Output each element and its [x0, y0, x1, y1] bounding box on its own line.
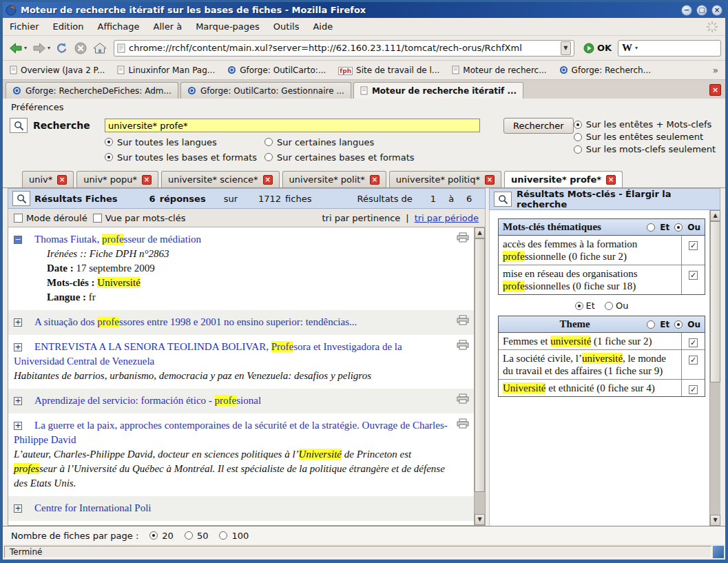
- expand-icon[interactable]: [14, 504, 22, 513]
- sort-by-periode-link[interactable]: tri par période: [415, 213, 479, 223]
- forward-button[interactable]: ▾: [30, 40, 52, 57]
- checkbox-icon[interactable]: [93, 214, 102, 223]
- scroll-track[interactable]: [475, 238, 485, 514]
- radio-icon[interactable]: [605, 302, 613, 310]
- url-history-dropdown[interactable]: ▼: [561, 41, 571, 55]
- print-icon[interactable]: [457, 340, 469, 350]
- print-icon[interactable]: [457, 232, 469, 243]
- close-tab-button[interactable]: ×: [709, 84, 721, 96]
- ou-radio[interactable]: [674, 320, 683, 329]
- mode-deroule-checkbox[interactable]: Mode déroulé: [14, 213, 87, 223]
- radio-icon[interactable]: [264, 138, 273, 146]
- expand-icon[interactable]: [14, 318, 22, 327]
- bookmark-item[interactable]: Moteur de recherc...: [452, 65, 546, 75]
- query-tab[interactable]: univ* popu* ×: [76, 171, 158, 187]
- forward-dropdown-icon[interactable]: ▾: [48, 45, 50, 51]
- search-engine-dropdown-icon[interactable]: ▾: [635, 45, 638, 51]
- results-scrollbar[interactable]: ▲ ▼: [474, 227, 485, 525]
- browser-tab[interactable]: Gforge: OutilCarto: Gestionnaire ...: [180, 82, 351, 99]
- back-dropdown-icon[interactable]: ▾: [24, 45, 27, 51]
- resize-grip[interactable]: [713, 546, 724, 558]
- ou-radio[interactable]: [674, 223, 683, 232]
- radio-certaines-bases[interactable]: Sur certaines bases et formats: [264, 152, 415, 163]
- close-query-tab-icon[interactable]: ×: [485, 175, 495, 185]
- keyword-checkbox[interactable]: [689, 241, 698, 250]
- scroll-up-icon[interactable]: ▲: [710, 210, 720, 221]
- query-tab[interactable]: universite* polit* ×: [282, 171, 386, 187]
- print-icon[interactable]: [457, 418, 469, 429]
- home-button[interactable]: [91, 40, 109, 57]
- checkbox-icon[interactable]: [14, 214, 23, 223]
- expand-icon[interactable]: [14, 422, 22, 430]
- search-submit-button[interactable]: Rechercher: [503, 118, 574, 134]
- scroll-thumb[interactable]: [475, 238, 485, 492]
- joiner-ou-radio[interactable]: Ou: [605, 300, 628, 311]
- browser-tab-active[interactable]: Moteur de recherche itératif ...: [353, 82, 523, 99]
- scroll-down-icon[interactable]: ▼: [475, 514, 485, 525]
- radio-icon[interactable]: [264, 153, 273, 161]
- page-size-20[interactable]: 20: [149, 531, 174, 541]
- preferences-link[interactable]: Préférences: [11, 102, 63, 112]
- keyword-checkbox[interactable]: [689, 338, 698, 347]
- search-engine-logo[interactable]: W: [622, 42, 632, 54]
- bookmark-item[interactable]: Gforge: OutilCarto:...: [227, 65, 326, 75]
- close-query-tab-icon[interactable]: ×: [263, 175, 273, 185]
- radio-entetes-seulement[interactable]: Sur les entêtes seulement: [574, 132, 720, 142]
- query-tab[interactable]: universite* science* ×: [161, 171, 280, 187]
- url-bar[interactable]: ▼: [114, 40, 574, 57]
- radio-icon[interactable]: [105, 138, 113, 146]
- menu-aller-a[interactable]: Aller à: [154, 21, 183, 32]
- bookmark-item[interactable]: Site de travail de l...: [338, 65, 439, 75]
- sort-by-pertinence[interactable]: tri par pertinence: [322, 213, 400, 223]
- close-button[interactable]: ×: [711, 5, 722, 16]
- stop-button[interactable]: [72, 40, 89, 57]
- joiner-et-radio[interactable]: Et: [575, 300, 595, 311]
- vue-mots-cles-checkbox[interactable]: Vue par mots-clés: [93, 213, 186, 223]
- radio-icon[interactable]: [575, 302, 583, 310]
- keyword-checkbox[interactable]: [689, 356, 698, 365]
- bookmark-item[interactable]: Overview (Java 2 P...: [10, 65, 105, 75]
- search-input[interactable]: [105, 119, 480, 132]
- page-size-50[interactable]: 50: [185, 531, 209, 541]
- minimize-button[interactable]: −: [681, 5, 692, 16]
- close-query-tab-icon[interactable]: ×: [606, 175, 616, 185]
- keyword-checkbox[interactable]: [689, 385, 698, 394]
- et-radio[interactable]: [647, 223, 655, 232]
- radio-entetes-motsclefs[interactable]: Sur les entêtes + Mots-clefs: [574, 119, 720, 130]
- radio-icon[interactable]: [149, 531, 158, 540]
- result-title-link[interactable]: La guerre et la paix, approches contempo…: [14, 420, 448, 445]
- maximize-button[interactable]: □: [696, 5, 707, 16]
- print-icon[interactable]: [457, 393, 469, 404]
- url-input[interactable]: [129, 43, 557, 53]
- scroll-up-icon[interactable]: ▲: [475, 227, 485, 238]
- result-title-link[interactable]: ENTREVISTA A LA SENORA TEOLINDA BOLIVAR,…: [14, 341, 402, 367]
- search-icon-button[interactable]: [10, 118, 28, 133]
- radio-toutes-bases[interactable]: Sur toutes les bases et formats: [105, 152, 264, 163]
- bookmark-item[interactable]: Gforge: Recherch...: [559, 65, 652, 75]
- keywords-scrollbar[interactable]: ▲ ▼: [709, 210, 720, 526]
- close-query-tab-icon[interactable]: ×: [142, 175, 152, 185]
- query-tab[interactable]: univ* ×: [22, 171, 74, 187]
- web-search-box[interactable]: W ▾: [618, 40, 721, 57]
- radio-toutes-langues[interactable]: Sur toutes les langues: [105, 137, 264, 147]
- page-size-100[interactable]: 100: [219, 531, 249, 541]
- scroll-thumb[interactable]: [710, 221, 720, 382]
- radio-icon[interactable]: [574, 133, 582, 141]
- expand-icon[interactable]: [14, 397, 22, 405]
- back-button[interactable]: ▾: [7, 40, 28, 57]
- et-radio[interactable]: [647, 320, 655, 329]
- browser-tab[interactable]: Gforge: RechercheDeFiches: Adm...: [6, 82, 178, 99]
- result-title-link[interactable]: Thomas Fiutak, professeur de médiation: [34, 234, 201, 245]
- result-title-link[interactable]: A situação dos professores entre 1998 e …: [34, 316, 357, 327]
- result-title-link[interactable]: Aprendizaje del servicio: formación étic…: [34, 395, 261, 406]
- radio-icon[interactable]: [574, 121, 582, 129]
- menu-fichier[interactable]: Fichier: [10, 21, 39, 32]
- bookmark-item[interactable]: Linuxinfor Man Pag...: [117, 65, 215, 75]
- menu-affichage[interactable]: Affichage: [97, 21, 139, 32]
- scroll-down-icon[interactable]: ▼: [710, 515, 720, 526]
- radio-icon[interactable]: [574, 145, 582, 154]
- query-tab[interactable]: universite* politiq* ×: [389, 171, 501, 187]
- go-ok-button[interactable]: OK: [579, 41, 616, 55]
- menu-aide[interactable]: Aide: [313, 21, 333, 32]
- keyword-checkbox[interactable]: [689, 271, 698, 280]
